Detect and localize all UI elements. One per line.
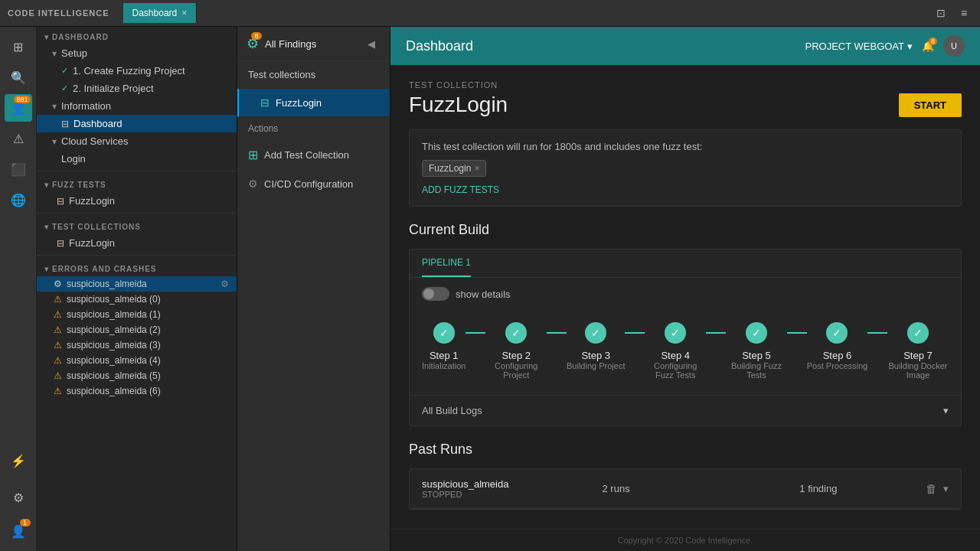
user-icon[interactable]: 👤 881 [5,94,32,122]
past-runs-title: Past Runs [409,442,962,458]
findings-icon-wrapper: ⚙ 8 [247,35,259,52]
menu-icon[interactable]: ≡ [956,5,972,21]
step-3: ✓ Step 3 Building Project [567,322,625,370]
check-icon: ✓ [61,83,68,93]
sidebar-item-fuzzlogin[interactable]: ⊟ FuzzLogin [37,192,237,210]
caret-icon: ▾ [52,48,57,59]
sidebar-item-dashboard[interactable]: ⊟ Dashboard [37,115,237,132]
layout-icon[interactable]: ⊡ [933,5,949,21]
extensions-icon[interactable]: ⬛ [5,155,32,183]
user-avatar: U [943,35,965,57]
info-box: This test collection will run for 1800s … [409,129,962,207]
warning-icon: ⚠ [54,355,62,366]
collapse-icon[interactable]: ◀ [362,34,381,53]
step-2-num: Step 2 [501,350,531,361]
sidebar-item-test-fuzzlogin[interactable]: ⊟ FuzzLogin [37,234,237,252]
show-details-label: show details [456,289,511,300]
divider [37,255,237,256]
steps-wrapper: ✓ Step 1 Initialization ✓ Step 2 Configu… [410,310,961,395]
show-details-toggle[interactable] [422,287,449,301]
settings-icon: ⚙ [54,279,62,289]
step-7-circle: ✓ [907,322,929,344]
files-icon[interactable]: ⊞ [5,33,32,60]
activity-bar: ⊞ 🔍 👤 881 ⚠ ⬛ 🌐 ⚡ ⚙ 👤 1 [0,27,37,551]
error-item-2[interactable]: ⚠ suspicious_almeida (2) [37,322,237,337]
header-right: PROJECT WEBGOAT ▾ 🔔 8 U [805,35,965,57]
run-actions: 🗑 ▾ [926,482,949,495]
file-icon: ⊟ [57,196,64,207]
dashboard-icon: ⊟ [61,119,69,129]
step-5-circle: ✓ [746,322,767,344]
warning-icon: ⚠ [54,386,62,396]
sidebar-item-information[interactable]: ▾ Information [37,97,237,115]
pipeline-tabs: PIPELINE 1 [410,249,961,278]
content-title: Dashboard [406,38,473,54]
findings-badge: 8 [251,32,262,40]
sidebar-item-cloud[interactable]: ▾ Cloud Services [37,132,237,150]
notification-bell[interactable]: 🔔 8 [922,41,934,52]
gear-icon[interactable]: ⚙ [220,279,229,289]
sidebar-item-step2[interactable]: ✓ 2. Initialize Project [37,80,237,97]
caret-icon: ▾ [44,181,49,189]
warning-icon: ⚠ [54,340,62,350]
add-fuzz-link[interactable]: ADD FUZZ TESTS [422,184,949,195]
error-item-1[interactable]: ⚠ suspicious_almeida (1) [37,307,237,322]
project-selector[interactable]: PROJECT WEBGOAT ▾ [805,41,913,52]
error-item-0[interactable]: ⚠ suspicious_almeida (0) [37,292,237,307]
tab-bar: Dashboard × [123,3,198,23]
step-2: ✓ Step 2 Configuring Project [485,322,547,380]
fuzzlogin-item[interactable]: ⊟ FuzzLogin [237,89,390,117]
app-logo: CODE INTELLIGENCE [8,8,109,18]
settings-icon[interactable]: ⚙ [5,484,32,511]
current-build-title: Current Build [409,222,962,238]
error-item-3[interactable]: ⚠ suspicious_almeida (3) [37,337,237,353]
search-icon[interactable]: 🔍 [5,64,32,91]
dashboard-tab[interactable]: Dashboard × [123,3,198,23]
info-text: This test collection will run for 1800s … [422,141,949,152]
file-icon: ⊟ [57,238,64,249]
top-bar-actions: ⊡ ≡ [933,5,972,21]
close-icon[interactable]: × [181,8,187,18]
pipeline-tab-1[interactable]: PIPELINE 1 [422,249,471,277]
error-item-6[interactable]: ⚠ suspicious_almeida (6) [37,383,237,399]
sidebar-item-setup[interactable]: ▾ Setup [37,44,237,62]
run-name[interactable]: suspicious_almeida [422,478,508,490]
middle-panel: ⚙ 8 All Findings ◀ Test collections ⊟ Fu… [237,27,390,551]
caret-icon: ▾ [52,101,57,112]
step-7: ✓ Step 7 Building Docker Image [887,322,949,380]
lightning-icon[interactable]: ⚡ [5,447,32,474]
warning-icon: ⚠ [54,324,62,335]
error-item-main[interactable]: ⚙ suspicious_almeida ⚙ [37,276,237,292]
test-collections-item[interactable]: Test collections [237,61,390,89]
step-4-num: Step 4 [661,350,690,361]
error-item-4[interactable]: ⚠ suspicious_almeida (4) [37,353,237,368]
run-findings: 1 finding [724,483,913,494]
check-icon: ✓ [61,66,68,76]
step-3-num: Step 3 [581,350,610,361]
expand-icon[interactable]: ▾ [943,483,949,494]
step-line-4 [706,332,726,334]
sidebar-item-login[interactable]: Login [37,150,237,168]
delete-icon[interactable]: 🗑 [926,482,937,495]
all-findings-label[interactable]: All Findings [265,38,316,50]
all-build-logs-row[interactable]: All Build Logs ▾ [410,395,961,425]
tag-remove-icon[interactable]: × [474,163,479,174]
add-test-collection-item[interactable]: ⊞ Add Test Collection [237,140,390,170]
step-5-num: Step 5 [742,350,771,361]
warning-icon: ⚠ [54,294,62,305]
cicd-item[interactable]: ⚙ CI/CD Configuration [237,170,390,197]
content-body: TEST COLLECTION FuzzLogin START This tes… [390,65,980,529]
error-item-5[interactable]: ⚠ suspicious_almeida (5) [37,368,237,383]
add-icon: ⊞ [248,148,258,162]
warning-icon[interactable]: ⚠ [5,125,32,152]
step-6-num: Step 6 [823,350,852,361]
dashboard-section-header: ▾ DASHBOARD [37,27,237,44]
start-button[interactable]: START [899,93,962,117]
account-badge: 1 [20,519,31,527]
section-label: TEST COLLECTION [409,80,962,90]
sidebar-item-step1[interactable]: ✓ 1. Create Fuzzing Project [37,62,237,80]
globe-icon[interactable]: 🌐 [5,186,32,214]
account-icon[interactable]: 👤 1 [5,517,32,545]
step-line-2 [547,332,567,334]
step-6: ✓ Step 6 Post Processing [807,322,867,370]
